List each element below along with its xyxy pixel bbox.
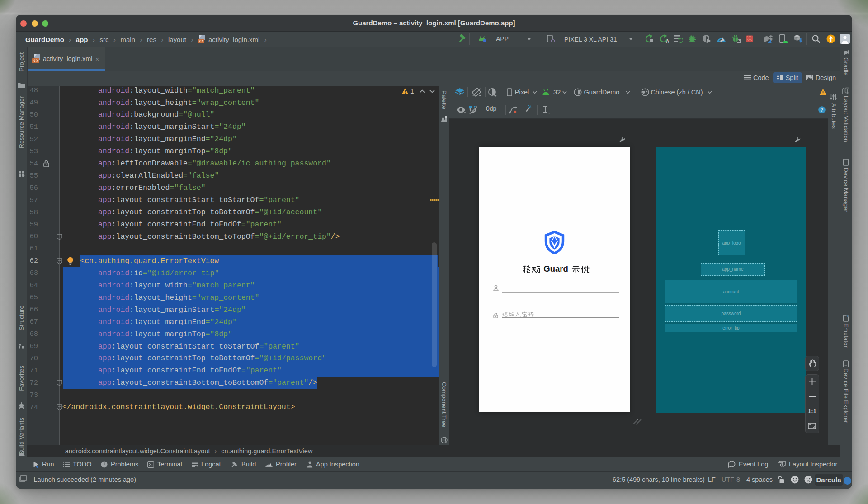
svg-text:A: A [666,39,669,43]
svg-text:?: ? [821,107,824,113]
